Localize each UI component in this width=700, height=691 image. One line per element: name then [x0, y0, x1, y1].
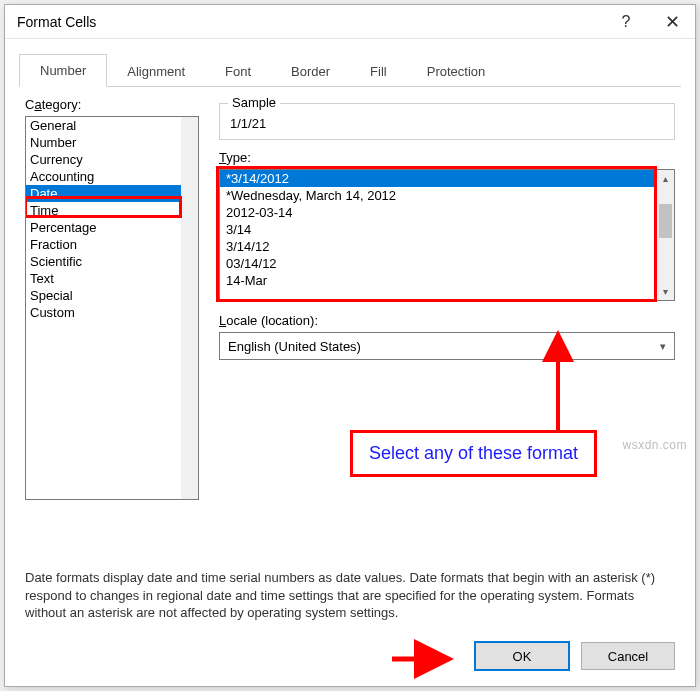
locale-value: English (United States)	[228, 339, 361, 354]
chevron-down-icon: ▾	[660, 340, 666, 353]
scroll-up-icon[interactable]: ▴	[657, 170, 674, 187]
tab-fill[interactable]: Fill	[350, 56, 407, 87]
type-item-2[interactable]: 2012-03-14	[220, 204, 674, 221]
type-item-5[interactable]: 03/14/12	[220, 255, 674, 272]
locale-label: Locale (location):	[219, 313, 675, 328]
category-item-percentage[interactable]: Percentage	[26, 219, 198, 236]
category-item-special[interactable]: Special	[26, 287, 198, 304]
locale-select[interactable]: English (United States) ▾	[219, 332, 675, 360]
category-item-custom[interactable]: Custom	[26, 304, 198, 321]
scroll-down-icon[interactable]: ▾	[657, 283, 674, 300]
window-title: Format Cells	[17, 14, 603, 30]
sample-legend: Sample	[228, 95, 280, 110]
category-column: Category: General Number Currency Accoun…	[25, 97, 199, 500]
type-label: Type:	[219, 150, 675, 165]
scroll-thumb[interactable]	[659, 204, 672, 238]
annotation-callout: Select any of these format	[350, 430, 597, 477]
cancel-button[interactable]: Cancel	[581, 642, 675, 670]
tab-strip: Number Alignment Font Border Fill Protec…	[19, 53, 681, 87]
category-item-accounting[interactable]: Accounting	[26, 168, 198, 185]
type-item-3[interactable]: 3/14	[220, 221, 674, 238]
help-icon[interactable]: ?	[603, 5, 649, 39]
type-item-6[interactable]: 14-Mar	[220, 272, 674, 289]
tab-body: Category: General Number Currency Accoun…	[5, 87, 695, 630]
close-icon[interactable]: ✕	[649, 5, 695, 39]
category-item-currency[interactable]: Currency	[26, 151, 198, 168]
type-scrollbar[interactable]: ▴ ▾	[657, 170, 674, 300]
category-label: Category:	[25, 97, 199, 112]
titlebar: Format Cells ? ✕	[5, 5, 695, 39]
format-cells-dialog: Format Cells ? ✕ Number Alignment Font B…	[4, 4, 696, 687]
category-label-accel: a	[34, 97, 41, 112]
category-scrollbar[interactable]	[181, 117, 198, 499]
watermark: wsxdn.com	[622, 438, 687, 452]
category-item-general[interactable]: General	[26, 117, 198, 134]
type-item-1[interactable]: *Wednesday, March 14, 2012	[220, 187, 674, 204]
type-item-0[interactable]: *3/14/2012	[220, 170, 674, 187]
tab-border[interactable]: Border	[271, 56, 350, 87]
category-listbox[interactable]: General Number Currency Accounting Date …	[25, 116, 199, 500]
category-label-pre: C	[25, 97, 34, 112]
tab-protection[interactable]: Protection	[407, 56, 506, 87]
type-listbox[interactable]: *3/14/2012 *Wednesday, March 14, 2012 20…	[219, 169, 675, 301]
category-description: Date formats display date and time seria…	[25, 569, 675, 630]
dialog-buttons: OK Cancel	[5, 630, 695, 686]
category-item-time[interactable]: Time	[26, 202, 198, 219]
tab-font[interactable]: Font	[205, 56, 271, 87]
category-item-date[interactable]: Date	[26, 185, 198, 202]
sample-group: Sample 1/1/21	[219, 103, 675, 140]
sample-value: 1/1/21	[230, 108, 664, 131]
locale-label-post: ocale (location):	[226, 313, 318, 328]
category-item-scientific[interactable]: Scientific	[26, 253, 198, 270]
tab-number[interactable]: Number	[19, 54, 107, 87]
type-label-post: ype:	[226, 150, 251, 165]
type-item-4[interactable]: 3/14/12	[220, 238, 674, 255]
category-item-fraction[interactable]: Fraction	[26, 236, 198, 253]
tab-alignment[interactable]: Alignment	[107, 56, 205, 87]
type-list-wrapper: *3/14/2012 *Wednesday, March 14, 2012 20…	[219, 169, 675, 301]
category-item-text[interactable]: Text	[26, 270, 198, 287]
ok-button[interactable]: OK	[475, 642, 569, 670]
category-label-post: tegory:	[42, 97, 82, 112]
category-item-number[interactable]: Number	[26, 134, 198, 151]
